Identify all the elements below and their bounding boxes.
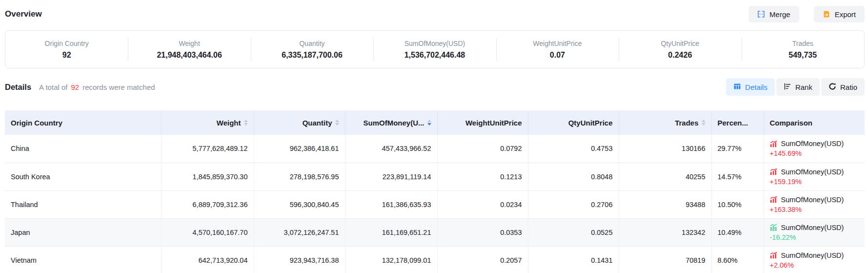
view-button-details[interactable]: Details <box>726 78 775 96</box>
export-button-label: Export <box>835 10 856 19</box>
table-row[interactable]: Thailand 6,889,709,312.36 596,300,840.45… <box>5 190 865 218</box>
table-header-row: Origin Country Weight Quantity SumOfMone… <box>5 110 865 135</box>
column-header-comparison: Comparison <box>764 110 865 135</box>
cell-origin-country: Japan <box>5 218 161 246</box>
table-row[interactable]: Vietnam 642,713,920.04 923,943,716.38 13… <box>5 246 865 273</box>
details-table: Origin Country Weight Quantity SumOfMone… <box>5 110 865 273</box>
cell-percent: 29.77% <box>711 135 764 163</box>
comparison-metric-line: SumOfMoney(USD) <box>770 196 859 204</box>
cell-quantity: 596,300,840.45 <box>254 190 345 218</box>
cell-qty-unit-price: 0.8048 <box>528 163 619 190</box>
sort-caret-down-icon <box>335 123 339 126</box>
column-header-weight[interactable]: Weight <box>161 110 254 135</box>
details-summary-group: Details A total of92records were matched <box>5 83 155 92</box>
cell-origin-country: South Korea <box>5 163 161 190</box>
cell-weight: 4,570,160,167.70 <box>161 218 254 246</box>
cell-qty-unit-price: 0.4753 <box>528 135 619 163</box>
comparison-metric: SumOfMoney(USD) <box>781 196 844 204</box>
merge-button-label: Merge <box>769 10 790 19</box>
stat-label: Origin Country <box>5 40 128 47</box>
table-body: China 5,777,628,489.12 962,386,418.61 45… <box>5 135 865 273</box>
top-actions: Merge Export <box>748 6 865 22</box>
cell-weight: 6,889,709,312.36 <box>161 190 254 218</box>
stat-value: 21,948,403,464.06 <box>128 51 250 60</box>
cell-weight: 5,777,628,489.12 <box>161 135 254 163</box>
table-row[interactable]: China 5,777,628,489.12 962,386,418.61 45… <box>5 135 865 163</box>
comparison-change: +145.69% <box>770 149 859 157</box>
column-header-label: SumOfMoney(U... <box>363 119 424 127</box>
sort-caret-up-icon <box>702 120 706 122</box>
view-button-rank-label: Rank <box>795 83 812 91</box>
stat-value: 0.07 <box>496 51 619 60</box>
sort-carets-icon <box>427 120 431 126</box>
column-header-label: WeightUnitPrice <box>465 119 522 127</box>
table-view-icon <box>733 83 741 92</box>
table-row[interactable]: South Korea 1,845,859,370.30 278,198,576… <box>5 163 865 190</box>
cell-weight-unit-price: 0.0234 <box>437 190 528 218</box>
stat-value: 0.2426 <box>619 51 741 60</box>
comparison-metric: SumOfMoney(USD) <box>781 224 844 231</box>
trend-up-icon <box>770 168 777 175</box>
column-header-quantity[interactable]: Quantity <box>254 110 345 135</box>
column-header-origin-country: Origin Country <box>5 110 161 135</box>
trend-down-icon <box>770 224 777 231</box>
view-button-ratio[interactable]: Ratio <box>821 78 865 96</box>
sort-carets-icon <box>244 120 248 126</box>
merge-button[interactable]: Merge <box>748 6 799 22</box>
cell-weight-unit-price: 0.1213 <box>437 163 528 190</box>
trend-up-icon <box>770 140 777 147</box>
cell-percent: 8.60% <box>711 246 764 273</box>
cell-sum-of-money: 223,891,119.14 <box>345 163 437 190</box>
sort-caret-up-icon <box>244 120 248 122</box>
column-header-label: Weight <box>217 119 241 127</box>
stat-item: Trades 549,735 <box>742 38 864 62</box>
column-header-label: Percen... <box>718 119 748 127</box>
sort-caret-up-icon <box>335 120 339 122</box>
cell-sum-of-money: 457,433,966.52 <box>345 135 437 163</box>
cell-trades: 40255 <box>619 163 711 190</box>
cell-sum-of-money: 132,178,099.01 <box>345 246 437 273</box>
details-title: Details <box>5 83 31 92</box>
view-switch-group: Details Rank Ratio <box>726 78 865 96</box>
view-button-details-label: Details <box>745 83 767 91</box>
cell-weight: 1,845,859,370.30 <box>161 163 254 190</box>
rank-icon <box>784 83 791 92</box>
comparison-metric-line: SumOfMoney(USD) <box>770 252 859 259</box>
stat-value: 6,335,187,700.06 <box>251 51 373 60</box>
summary-prefix: A total of <box>39 83 67 91</box>
column-header-trades[interactable]: Trades <box>619 110 711 135</box>
top-bar: Overview Merge Export <box>5 0 865 22</box>
stat-value: 92 <box>5 51 128 60</box>
comparison-metric-line: SumOfMoney(USD) <box>770 140 859 147</box>
trend-up-icon <box>770 196 777 203</box>
cell-comparison: SumOfMoney(USD) +145.69% <box>764 135 865 163</box>
merge-icon <box>757 10 765 18</box>
trend-up-icon <box>770 252 777 259</box>
view-button-rank[interactable]: Rank <box>776 78 820 96</box>
cell-qty-unit-price: 0.0525 <box>528 218 619 246</box>
cell-comparison: SumOfMoney(USD) +159.19% <box>764 163 865 190</box>
cell-percent: 10.50% <box>711 190 764 218</box>
table-row[interactable]: Japan 4,570,160,167.70 3,072,126,247.51 … <box>5 218 865 246</box>
stat-label: WeightUnitPrice <box>496 40 619 47</box>
summary-count: 92 <box>67 83 82 91</box>
comparison-change: +2.06% <box>770 261 859 269</box>
column-header-sum-of-money[interactable]: SumOfMoney(U... <box>345 110 437 135</box>
stat-label: Trades <box>742 40 864 47</box>
sort-carets-icon <box>335 120 339 126</box>
cell-qty-unit-price: 0.1431 <box>528 246 619 273</box>
export-button[interactable]: Export <box>814 6 865 22</box>
sort-caret-down-icon <box>702 123 706 126</box>
stat-value: 1,536,702,446.48 <box>373 51 496 60</box>
cell-comparison: SumOfMoney(USD) +2.06% <box>764 246 865 273</box>
cell-quantity: 923,943,716.38 <box>254 246 345 273</box>
stat-item: Weight 21,948,403,464.06 <box>128 38 250 62</box>
comparison-metric-line: SumOfMoney(USD) <box>770 224 859 231</box>
cell-weight-unit-price: 0.0792 <box>437 135 528 163</box>
stat-label: Quantity <box>251 40 373 47</box>
cell-comparison: SumOfMoney(USD) +163.38% <box>764 190 865 218</box>
cell-quantity: 3,072,126,247.51 <box>254 218 345 246</box>
stat-label: SumOfMoney(USD) <box>373 40 496 47</box>
stat-label: Weight <box>128 40 250 47</box>
comparison-change: -16.22% <box>770 233 859 241</box>
